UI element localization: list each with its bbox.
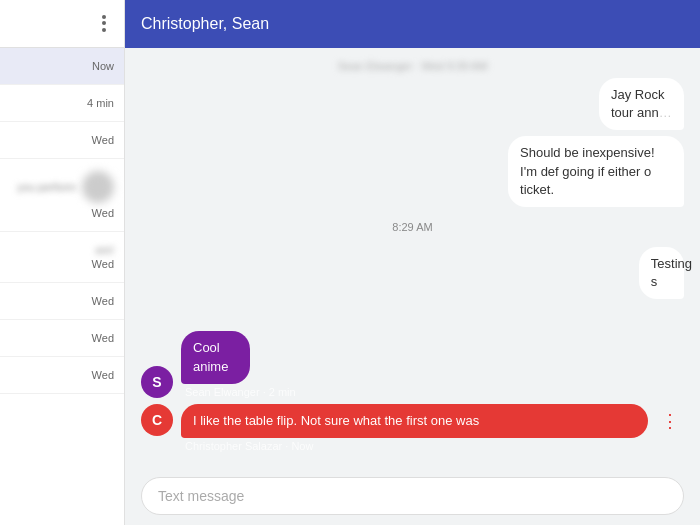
sidebar-item-time: 4 min xyxy=(87,97,114,109)
sidebar-item[interactable]: Wed xyxy=(0,320,124,357)
sidebar-item[interactable]: 4 min xyxy=(0,85,124,122)
sidebar-item-time: Wed xyxy=(92,332,114,344)
chat-main: Christopher, Sean Sean Elwanger · Wed 9:… xyxy=(125,0,700,525)
input-area xyxy=(125,467,700,525)
sidebar-item-time: Now xyxy=(92,60,114,72)
sidebar-item-time: Wed xyxy=(92,295,114,307)
incoming-group: Cool anime Sean Elwanger · 2 min xyxy=(181,331,296,397)
message-bubble-purple: Cool anime xyxy=(181,331,250,383)
message-bubble: Jay Rock tour ann… xyxy=(599,78,684,130)
outgoing-group: Testing s xyxy=(609,247,684,299)
message-meta: Sean Elwanger · 2 min xyxy=(181,386,296,398)
avatar-c: C xyxy=(141,404,173,436)
message-row: S Cool anime Sean Elwanger · 2 min xyxy=(141,331,684,397)
sidebar-item-time: Wed xyxy=(92,207,114,219)
sidebar-item[interactable]: Wed xyxy=(0,122,124,159)
message-meta-red: Christopher Salazar · Now xyxy=(181,440,684,452)
message-bubble: Testing s xyxy=(639,247,684,299)
conversation-list: Now 4 min Wed you perform Wed em! Wed We… xyxy=(0,48,124,525)
sidebar-item-blurred[interactable]: you perform Wed xyxy=(0,159,124,232)
message-bubble: Should be inexpensive! I'm def going if … xyxy=(508,136,684,207)
sidebar-item[interactable]: Wed xyxy=(0,357,124,394)
top-sender-label: Sean Elwanger · Wed 9:39 AM xyxy=(141,60,684,72)
outgoing-group: Should be inexpensive! I'm def going if … xyxy=(391,136,684,207)
truncation-indicator: … xyxy=(659,105,672,120)
red-message-wrapper: I like the table flip. Not sure what the… xyxy=(181,404,684,438)
sidebar-item[interactable]: Wed xyxy=(0,283,124,320)
sidebar-item-time: Wed xyxy=(92,369,114,381)
incoming-group-red: I like the table flip. Not sure what the… xyxy=(181,404,684,452)
chat-title: Christopher, Sean xyxy=(141,15,269,33)
avatar-s: S xyxy=(141,366,173,398)
message-text: Jay Rock tour ann xyxy=(611,87,664,120)
message-row: Should be inexpensive! I'm def going if … xyxy=(141,136,684,207)
message-row: Testing s xyxy=(141,247,684,299)
message-row: Jay Rock tour ann… xyxy=(141,78,684,130)
sidebar-item[interactable]: em! Wed xyxy=(0,232,124,283)
sidebar-item[interactable]: Now xyxy=(0,48,124,85)
sidebar-item-time: Wed xyxy=(92,134,114,146)
sidebar-item-time: Wed xyxy=(92,258,114,270)
blurred-snippet2: em! xyxy=(96,244,114,256)
chat-header: Christopher, Sean xyxy=(125,0,700,48)
message-text: Cool anime xyxy=(193,340,228,373)
more-options-icon[interactable]: ⋮ xyxy=(656,407,684,435)
sidebar: Now 4 min Wed you perform Wed em! Wed We… xyxy=(0,0,125,525)
message-input[interactable] xyxy=(141,477,684,515)
blurred-avatar xyxy=(82,171,114,203)
outgoing-group: Jay Rock tour ann… xyxy=(542,78,684,130)
message-bubble-red: I like the table flip. Not sure what the… xyxy=(181,404,648,438)
menu-icon[interactable] xyxy=(94,14,114,34)
message-row-red: C I like the table flip. Not sure what t… xyxy=(141,404,684,452)
message-text: I like the table flip. Not sure what the… xyxy=(193,413,479,428)
message-list: Sean Elwanger · Wed 9:39 AM Jay Rock tou… xyxy=(125,48,700,467)
timestamp: 8:29 AM xyxy=(141,221,684,233)
message-text: Should be inexpensive! I'm def going if … xyxy=(520,145,654,196)
message-text: Testing s xyxy=(651,256,692,289)
blurred-snippet: you perform xyxy=(17,181,76,193)
sidebar-header xyxy=(0,0,124,48)
spacer xyxy=(141,305,684,325)
